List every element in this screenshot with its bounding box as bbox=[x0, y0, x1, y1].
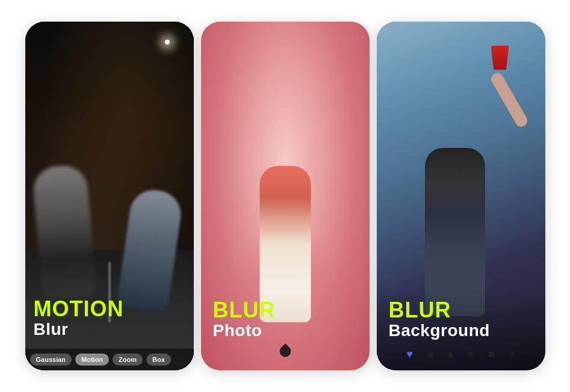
gamepad-icon[interactable]: ✷ bbox=[463, 346, 479, 362]
card1-text-overlay: MOTION Blur bbox=[34, 298, 185, 339]
card2-bottom-icon[interactable] bbox=[277, 341, 294, 361]
card-blur-background[interactable]: BLUR Background ♥ ★ ▲ ✷ ■ ☀ bbox=[377, 22, 545, 370]
card-blur-photo[interactable]: BLUR Photo bbox=[201, 22, 370, 370]
card1-title-main: MOTION bbox=[34, 298, 185, 320]
pill-gaussian[interactable]: Gaussian bbox=[30, 354, 72, 366]
card3-icons-row: ♥ ★ ▲ ✷ ■ ☀ bbox=[402, 346, 520, 362]
card2-title-main: BLUR bbox=[213, 299, 358, 321]
pill-box[interactable]: Box bbox=[146, 354, 171, 366]
triangle-icon[interactable]: ▲ bbox=[443, 346, 459, 362]
app-container: MOTION Blur Gaussian Motion Zoom Box BLU… bbox=[13, 10, 557, 382]
star-icon[interactable]: ★ bbox=[423, 346, 438, 362]
card-motion-blur[interactable]: MOTION Blur Gaussian Motion Zoom Box bbox=[25, 22, 194, 370]
card3-title-sub: Background bbox=[389, 321, 533, 340]
card3-title-main: BLUR bbox=[389, 299, 533, 321]
street-light bbox=[165, 40, 170, 44]
figure-left bbox=[31, 164, 97, 300]
pill-motion[interactable]: Motion bbox=[75, 354, 109, 366]
card2-title-sub: Photo bbox=[213, 321, 358, 340]
square-icon[interactable]: ■ bbox=[484, 346, 500, 362]
filter-pills: Gaussian Motion Zoom Box bbox=[25, 349, 194, 370]
pill-zoom[interactable]: Zoom bbox=[113, 354, 143, 366]
card3-cup bbox=[491, 46, 509, 70]
droplet-icon bbox=[277, 341, 294, 358]
cloud-icon[interactable]: ☀ bbox=[504, 346, 520, 362]
heart-icon[interactable]: ♥ bbox=[402, 346, 418, 362]
card1-title-sub: Blur bbox=[34, 320, 185, 339]
